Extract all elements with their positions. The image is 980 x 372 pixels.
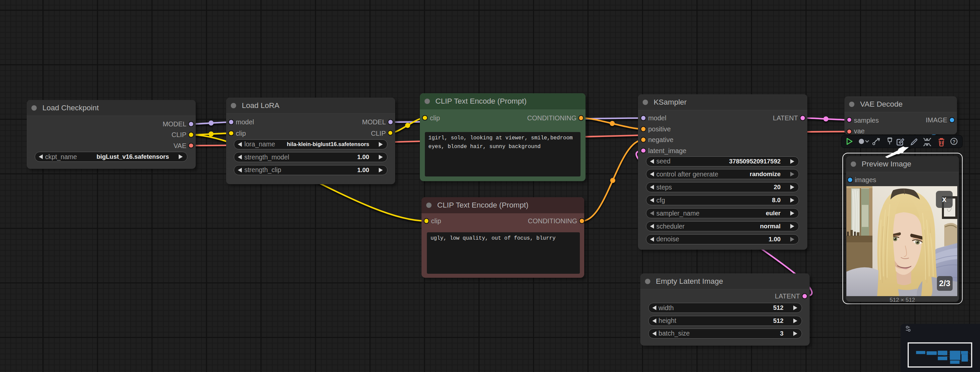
svg-text:?: ?: [953, 139, 956, 144]
